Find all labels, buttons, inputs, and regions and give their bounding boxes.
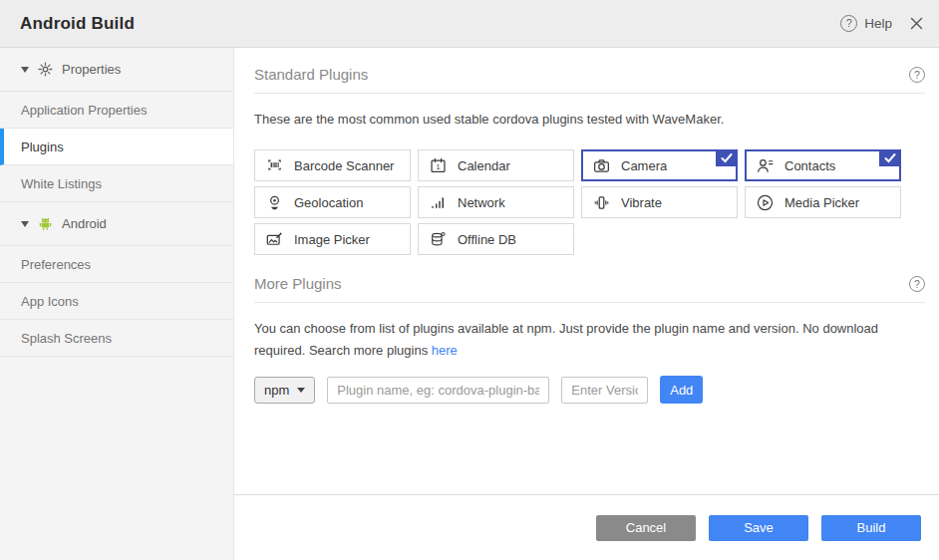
plugin-label: Image Picker <box>294 232 370 247</box>
add-button[interactable]: Add <box>660 376 703 404</box>
sidebar-item-white-listings[interactable]: White Listings <box>0 165 233 202</box>
plugin-card-camera[interactable]: Camera <box>581 149 738 181</box>
selected-check-icon <box>716 149 738 166</box>
sidebar-group-properties[interactable]: Properties <box>0 48 233 92</box>
cancel-button[interactable]: Cancel <box>596 515 696 541</box>
plugin-name-input[interactable] <box>327 377 549 404</box>
sidebar-group-label: Properties <box>62 62 121 77</box>
geolocation-icon <box>264 193 284 212</box>
add-plugin-form: npm Add <box>254 376 925 404</box>
plugin-label: Geolocation <box>294 195 363 210</box>
dialog-footer: Cancel Save Build <box>234 494 939 560</box>
barcode-scanner-icon <box>264 156 284 175</box>
section-help-icon[interactable]: ? <box>909 276 925 292</box>
sidebar-item-app-icons[interactable]: App Icons <box>0 283 233 320</box>
plugin-card-geolocation[interactable]: Geolocation <box>254 186 411 218</box>
plugin-card-barcode-scanner[interactable]: Barcode Scanner <box>254 149 411 181</box>
media-picker-icon <box>755 193 775 212</box>
calendar-icon: 1 <box>428 156 448 175</box>
chevron-down-icon <box>21 221 29 227</box>
description-text: You can choose from list of plugins avai… <box>254 321 878 358</box>
close-icon[interactable] <box>910 17 923 30</box>
plugins-panel: Standard Plugins ? These are the most co… <box>234 48 939 494</box>
plugin-card-network[interactable]: Network <box>418 186 574 218</box>
version-input[interactable] <box>561 377 648 404</box>
plugin-card-image-picker[interactable]: Image Picker <box>254 223 411 255</box>
plugin-card-offline-db[interactable]: Offline DB <box>418 223 574 255</box>
plugin-card-calendar[interactable]: 1 Calendar <box>418 149 574 181</box>
chevron-down-icon <box>21 67 29 73</box>
help-label: Help <box>864 16 892 31</box>
save-button[interactable]: Save <box>709 515 808 541</box>
gear-icon <box>38 62 53 77</box>
dialog-title: Android Build <box>20 14 135 34</box>
plugin-card-media-picker[interactable]: Media Picker <box>745 186 901 218</box>
camera-icon <box>591 156 611 175</box>
android-icon <box>38 216 53 231</box>
plugin-label: Camera <box>621 158 667 173</box>
dialog-header: Android Build ? Help <box>0 0 939 48</box>
section-title: More Plugins <box>254 275 342 292</box>
plugin-label: Barcode Scanner <box>294 158 394 173</box>
registry-selected-value: npm <box>264 383 289 398</box>
plugins-grid: Barcode Scanner 1 Calendar <box>254 149 925 255</box>
sidebar-group-android[interactable]: Android <box>0 202 233 246</box>
vibrate-icon <box>591 193 611 212</box>
registry-select[interactable]: npm <box>254 377 315 404</box>
network-icon <box>428 193 448 212</box>
image-picker-icon <box>264 230 284 249</box>
sidebar-group-label: Android <box>62 216 107 231</box>
more-plugins-header: More Plugins ? <box>254 255 925 303</box>
search-plugins-link[interactable]: here <box>432 343 458 358</box>
offline-db-icon <box>428 230 448 249</box>
chevron-down-icon <box>297 388 305 393</box>
svg-text:1: 1 <box>436 162 440 170</box>
standard-plugins-description: These are the most common used stable co… <box>254 109 912 131</box>
section-title: Standard Plugins <box>254 66 368 83</box>
help-circle-icon: ? <box>840 15 857 32</box>
plugin-label: Calendar <box>458 158 510 173</box>
help-button[interactable]: ? Help <box>840 15 892 32</box>
plugin-card-contacts[interactable]: Contacts <box>745 149 901 181</box>
sidebar-item-preferences[interactable]: Preferences <box>0 246 233 283</box>
plugin-label: Contacts <box>784 158 835 173</box>
contacts-icon <box>755 156 775 175</box>
section-help-icon[interactable]: ? <box>909 67 925 83</box>
sidebar-item-splash-screens[interactable]: Splash Screens <box>0 320 233 357</box>
more-plugins-description: You can choose from list of plugins avai… <box>254 318 912 362</box>
build-button[interactable]: Build <box>821 515 921 541</box>
sidebar-item-application-properties[interactable]: Application Properties <box>0 92 233 129</box>
standard-plugins-header: Standard Plugins ? <box>254 48 925 94</box>
android-build-dialog: Android Build ? Help Propertie <box>0 0 939 560</box>
plugin-label: Offline DB <box>458 232 516 247</box>
plugin-card-vibrate[interactable]: Vibrate <box>581 186 738 218</box>
plugin-label: Media Picker <box>784 195 859 210</box>
plugin-label: Vibrate <box>621 195 662 210</box>
plugin-label: Network <box>458 195 505 210</box>
sidebar: Properties Application Properties Plugin… <box>0 48 234 560</box>
sidebar-item-plugins[interactable]: Plugins <box>0 129 233 165</box>
selected-check-icon <box>879 149 901 166</box>
